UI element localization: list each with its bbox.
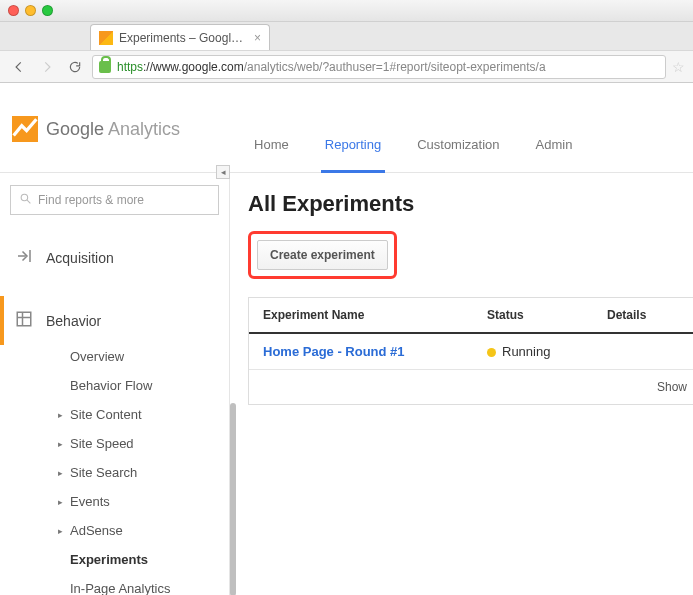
collapse-sidebar-button[interactable]: ◂ [216,165,230,179]
browser-chrome: Experiments – Google Ana × https://www.g… [0,0,693,83]
sidebar-item-in-page-analytics[interactable]: In-Page Analytics [58,581,219,595]
ga-header: Google Analytics Home Reporting Customiz… [0,83,693,173]
th-name[interactable]: Experiment Name [249,298,473,332]
tab-bar: Experiments – Google Ana × [0,22,693,50]
section-label: Acquisition [46,250,114,266]
search-input[interactable] [38,193,210,207]
caret-icon: ▸ [58,526,66,536]
sidebar-search[interactable] [10,185,219,215]
window-controls [8,5,53,16]
url-protocol: https [117,60,143,74]
main-content: All Experiments Create experiment Experi… [230,173,693,595]
minimize-window-icon[interactable] [25,5,36,16]
th-status[interactable]: Status [473,298,593,332]
search-icon [19,192,32,208]
ga-logo-icon [12,116,38,142]
svg-rect-2 [17,312,31,326]
url-path: /analytics/web/?authuser=1#report/siteop… [244,60,546,74]
window-titlebar [0,0,693,22]
reload-button[interactable] [64,56,86,78]
table-header: Experiment Name Status Details [249,298,693,334]
ga-logo-text: Google Analytics [46,119,180,140]
close-tab-icon[interactable]: × [254,31,261,45]
table-footer: Show [249,370,693,404]
nav-customization[interactable]: Customization [413,137,503,172]
th-details[interactable]: Details [593,298,693,332]
sidebar-item-events[interactable]: ▸Events [58,494,219,509]
create-experiment-highlight: Create experiment [248,231,397,279]
reload-icon [68,60,82,74]
caret-icon: ▸ [58,497,66,507]
svg-point-0 [21,194,28,201]
sidebar-item-site-content[interactable]: ▸Site Content [58,407,219,422]
nav-admin[interactable]: Admin [532,137,577,172]
scrollbar[interactable] [230,403,236,595]
cell-status: Running [473,334,593,369]
ga-nav: Home Reporting Customization Admin [250,83,576,172]
bookmark-icon[interactable]: ☆ [672,59,685,75]
sidebar-item-overview[interactable]: Overview [58,349,219,364]
sidebar-item-behavior-flow[interactable]: Behavior Flow [58,378,219,393]
experiments-table: Experiment Name Status Details Home Page… [248,297,693,405]
favicon-icon [99,31,113,45]
sidebar-item-experiments[interactable]: Experiments [58,552,219,567]
tab-title: Experiments – Google Ana [119,31,248,45]
browser-toolbar: https://www.google.com/analytics/web/?au… [0,50,693,82]
page-title: All Experiments [248,191,693,217]
browser-tab[interactable]: Experiments – Google Ana × [90,24,270,50]
cell-name[interactable]: Home Page - Round #1 [249,334,473,369]
forward-button[interactable] [36,56,58,78]
acquisition-icon [14,247,34,268]
arrow-right-icon [40,60,54,74]
behavior-subitems: Overview Behavior Flow ▸Site Content ▸Si… [58,349,219,595]
section-label: Behavior [46,313,101,329]
url-host: ://www.google.com [143,60,244,74]
section-acquisition[interactable]: Acquisition [10,233,219,282]
lock-icon [99,61,111,73]
close-window-icon[interactable] [8,5,19,16]
nav-home[interactable]: Home [250,137,293,172]
sidebar-item-adsense[interactable]: ▸AdSense [58,523,219,538]
cell-details [593,334,693,369]
svg-line-1 [27,200,30,203]
show-rows-label[interactable]: Show [657,380,687,394]
section-behavior[interactable]: Behavior [0,296,219,345]
table-row[interactable]: Home Page - Round #1 Running [249,334,693,370]
arrow-left-icon [12,60,26,74]
sidebar: ◂ Acquisition Behavior Overview Behavior… [0,173,230,595]
create-experiment-button[interactable]: Create experiment [257,240,388,270]
address-bar[interactable]: https://www.google.com/analytics/web/?au… [92,55,666,79]
caret-icon: ▸ [58,439,66,449]
back-button[interactable] [8,56,30,78]
ga-logo[interactable]: Google Analytics [12,116,180,142]
nav-reporting[interactable]: Reporting [321,137,385,172]
sidebar-item-site-search[interactable]: ▸Site Search [58,465,219,480]
caret-icon: ▸ [58,410,66,420]
caret-icon: ▸ [58,468,66,478]
maximize-window-icon[interactable] [42,5,53,16]
sidebar-item-site-speed[interactable]: ▸Site Speed [58,436,219,451]
status-dot-icon [487,348,496,357]
app-body: ◂ Acquisition Behavior Overview Behavior… [0,173,693,595]
behavior-icon [14,310,34,331]
